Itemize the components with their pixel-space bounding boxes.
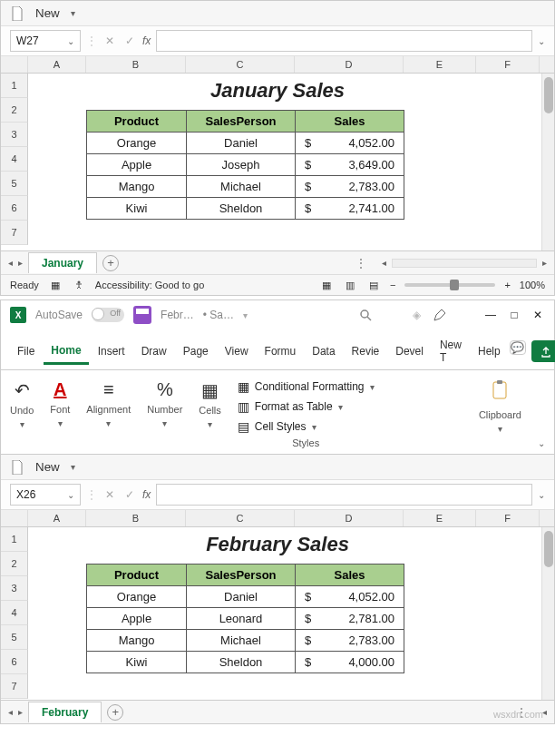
alignment-icon[interactable]: ≡ [103,379,114,400]
share-button[interactable] [531,340,555,362]
zoom-level[interactable]: 100% [520,280,545,290]
new-sheet-button[interactable]: + [107,704,123,721]
tab-february[interactable]: February [28,702,102,722]
row-4[interactable]: 4 [1,601,28,625]
qat-dropdown-icon[interactable]: ▾ [71,8,75,18]
confirm-icon[interactable]: ✓ [122,34,137,48]
table-row[interactable]: Orange Daniel 4,052.00 [87,133,404,154]
tab-nav-prev-icon[interactable]: ◂ [8,258,13,268]
accessibility-icon[interactable] [72,278,86,292]
normal-view-icon[interactable]: ▦ [319,278,334,292]
row-6[interactable]: 6 [1,650,28,674]
cancel-icon[interactable]: ✕ [102,487,117,502]
row-2[interactable]: 2 [1,552,28,576]
chevron-down-icon[interactable]: ▾ [338,402,343,412]
col-F[interactable]: F [476,510,540,526]
name-box[interactable]: X26 ⌄ [10,484,81,506]
new-button[interactable]: New [30,458,65,476]
col-C[interactable]: C [186,510,295,526]
formula-input[interactable] [156,484,532,506]
group-cells[interactable]: ▦ Cells ▾ [199,379,220,429]
table-row[interactable]: Kiwi Sheldon 4,000.00 [87,652,404,673]
select-all-corner[interactable] [1,56,28,73]
zoom-in-icon[interactable]: + [504,280,510,290]
font-icon[interactable]: A [54,379,66,400]
vertical-scrollbar-2[interactable] [541,527,554,700]
group-undo[interactable]: ↶ Undo ▾ [10,379,34,429]
zoom-out-icon[interactable]: − [390,280,395,290]
row-4[interactable]: 4 [1,147,28,172]
horizontal-scrollbar[interactable] [392,259,537,268]
formula-expand-icon[interactable]: ⌄ [538,36,545,46]
qat-dropdown-icon[interactable]: ▾ [71,462,75,472]
conditional-formatting-button[interactable]: ▦ Conditional Formatting ▾ [238,379,375,394]
fx-label[interactable]: fx [142,488,151,501]
col-B[interactable]: B [86,56,186,73]
tab-home[interactable]: Home [44,339,88,365]
col-E[interactable]: E [404,56,476,73]
row-1[interactable]: 1 [1,74,28,98]
chevron-down-icon[interactable]: ▾ [106,418,111,428]
table-row[interactable]: Apple Joseph 3,649.00 [87,154,404,176]
col-D[interactable]: D [295,56,404,73]
row-3[interactable]: 3 [1,576,28,601]
chevron-down-icon[interactable]: ▾ [58,418,63,428]
col-D[interactable]: D [295,510,404,526]
group-clipboard[interactable]: Clipboard ▾ [479,379,521,434]
col-F[interactable]: F [476,56,540,73]
sheet-grid[interactable]: 1 2 3 4 5 6 7 January Sales Product Sale… [1,74,554,250]
ribbon-collapse-icon[interactable]: ⌄ [538,438,545,448]
col-A[interactable]: A [28,510,86,526]
tab-insert[interactable]: Insert [91,339,132,363]
formula-input[interactable] [156,30,532,52]
page-layout-icon[interactable]: ▥ [343,278,357,292]
cells-icon[interactable]: ▦ [201,379,219,401]
row-7[interactable]: 7 [1,674,28,699]
maximize-icon[interactable]: □ [507,308,521,322]
group-alignment[interactable]: ≡ Alignment ▾ [86,379,131,428]
chevron-down-icon[interactable]: ▾ [312,422,316,432]
chevron-down-icon[interactable]: ▾ [208,419,212,429]
hscroll-right-icon[interactable]: ▸ [542,258,547,268]
cell-styles-button[interactable]: ▤ Cell Styles ▾ [238,419,375,434]
row-2[interactable]: 2 [1,98,28,123]
tab-new[interactable]: New T [433,333,469,369]
table-row[interactable]: Apple Leonard 2,781.00 [87,608,404,630]
hscroll-left-icon[interactable]: ◂ [382,258,386,268]
new-button[interactable]: New [30,5,65,22]
row-5[interactable]: 5 [1,172,28,196]
row-1[interactable]: 1 [1,527,28,552]
row-7[interactable]: 7 [1,221,28,245]
select-all-corner[interactable] [1,510,28,526]
tab-review[interactable]: Revie [345,339,387,363]
col-A[interactable]: A [28,56,86,73]
col-B[interactable]: B [86,510,186,526]
confirm-icon[interactable]: ✓ [122,487,137,502]
row-6[interactable]: 6 [1,196,28,221]
tab-file[interactable]: File [10,339,42,363]
chevron-down-icon[interactable]: ▾ [370,382,375,392]
minimize-icon[interactable]: — [483,308,498,322]
tab-page[interactable]: Page [176,339,216,363]
tab-developer[interactable]: Devel [388,339,431,363]
table-row[interactable]: Orange Daniel 4,052.00 [87,586,404,608]
fx-label[interactable]: fx [142,34,151,47]
number-icon[interactable]: % [157,379,173,400]
format-as-table-button[interactable]: ▥ Format as Table ▾ [238,399,375,414]
chevron-down-icon[interactable]: ⌄ [67,490,74,500]
undo-icon[interactable]: ↶ [15,379,30,401]
autosave-toggle[interactable]: Off [92,308,124,322]
chevron-down-icon[interactable]: ▾ [20,419,24,429]
tab-january[interactable]: January [28,252,97,273]
search-icon[interactable] [358,308,373,322]
pen-icon[interactable] [433,308,447,322]
table-row[interactable]: Mango Michael 2,783.00 [87,176,404,198]
table-row[interactable]: Kiwi Sheldon 2,741.00 [87,198,404,220]
comments-icon[interactable]: 💬 [510,340,526,355]
close-icon[interactable]: ✕ [531,308,545,322]
tab-nav-next-icon[interactable]: ▸ [18,258,23,268]
title-dropdown-icon[interactable]: ▾ [243,310,248,320]
tab-view[interactable]: View [218,339,256,363]
formula-expand-icon[interactable]: ⌄ [538,490,545,500]
group-font[interactable]: A Font ▾ [50,379,70,428]
